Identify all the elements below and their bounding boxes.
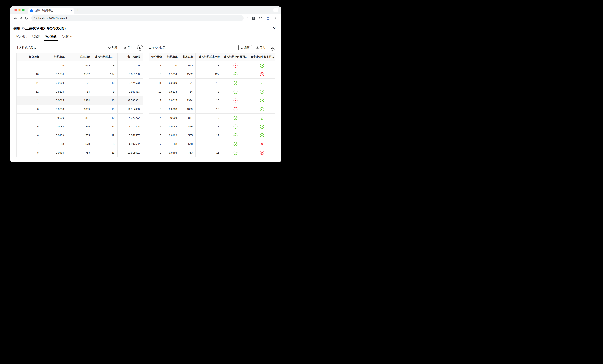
check-circle-icon (260, 63, 264, 68)
cell: 0.03 (164, 140, 180, 148)
pass-icon-cell (249, 122, 275, 131)
table-header-row: 评分等级违约概率样本总数事实违约样本个数事实违约个数是否小…事实违约个数是否大… (149, 53, 275, 61)
panel-chi-square: 卡方检验结果 (0) 刷新 (16, 45, 143, 162)
refresh-button[interactable]: 刷新 (238, 45, 252, 50)
cell: 1384 (67, 96, 93, 105)
export-button[interactable]: 导出 (254, 45, 267, 50)
chevron-down-icon (275, 9, 277, 11)
panel-title: 二项检验结果 (149, 46, 166, 49)
column-settings-button[interactable] (137, 45, 143, 51)
column-header: 事实违约样本个数 (93, 53, 117, 61)
table-row[interactable]: 120.51281490.947853 (17, 87, 143, 96)
cell: 12 (17, 87, 42, 96)
refresh-button[interactable]: 刷新 (106, 45, 119, 50)
table-row[interactable]: 108859 (149, 61, 275, 70)
reload-button[interactable] (24, 15, 29, 21)
table-row[interactable]: 50.008884611 (149, 122, 275, 131)
table-row[interactable]: 70.03670314.997692 (17, 140, 143, 148)
table-row[interactable]: 100.10541562127 (149, 70, 275, 79)
check-circle-icon (260, 81, 264, 85)
url-bar[interactable]: localhost:8080/#/mv/result (31, 15, 244, 21)
refresh-icon (241, 46, 243, 49)
cell: 670 (180, 140, 196, 148)
pass-icon-cell (222, 131, 249, 140)
table-row[interactable]: 120.5128149 (149, 87, 275, 96)
download-icon (256, 46, 259, 49)
cell: 14 (67, 87, 93, 96)
profile-button[interactable] (265, 15, 271, 21)
window-close-button[interactable] (14, 9, 17, 11)
cell: 12 (196, 79, 222, 87)
table-row[interactable]: 20.001513841693.530361 (17, 96, 143, 105)
back-button[interactable] (13, 15, 18, 21)
new-tab-button[interactable]: + (75, 8, 80, 12)
export-button[interactable]: 导出 (122, 45, 135, 50)
table-row[interactable]: 60.018959512 (149, 131, 275, 140)
export-label: 导出 (128, 46, 133, 49)
cell: 11 (93, 122, 117, 131)
table-row[interactable]: 70.036703 (149, 140, 275, 148)
cell: 1069 (67, 105, 93, 114)
cell: 670 (67, 140, 93, 148)
browser-tab[interactable]: 决策引擎管理平台 × (28, 8, 74, 13)
cell: 3 (93, 140, 117, 148)
cell: 0.0088 (42, 122, 67, 131)
column-settings-button[interactable] (270, 45, 275, 51)
table-row[interactable]: 40.00688110 (149, 114, 275, 122)
check-circle-icon (260, 107, 264, 111)
pass-icon-cell (249, 87, 275, 96)
check-circle-icon (233, 90, 238, 94)
cell: 11.914098 (117, 105, 143, 114)
browser-menu-button[interactable] (272, 15, 278, 21)
cell: 4 (149, 114, 164, 122)
tab-item-stability[interactable]: 稳定性 (32, 33, 41, 41)
pass-icon-cell (249, 131, 275, 140)
bookmark-button[interactable] (245, 15, 250, 21)
table-row[interactable]: 1088590 (17, 61, 143, 70)
page-close-button[interactable]: × (272, 26, 276, 31)
table-row[interactable]: 100.105415621279.616758 (17, 70, 143, 79)
cell: 0.2869 (164, 79, 180, 87)
table-row[interactable]: 20.0015138416 (149, 96, 275, 105)
check-circle-icon (260, 98, 264, 102)
pass-icon-cell (222, 79, 249, 87)
cell: 0.0015 (164, 96, 180, 105)
cell: 16 (93, 96, 117, 105)
table-row[interactable]: 40.006881104.229272 (17, 114, 143, 122)
check-circle-icon (260, 133, 264, 137)
extension-shortcut-button[interactable] (251, 15, 256, 21)
table-row[interactable]: 110.28696112 (149, 79, 275, 87)
table-row[interactable]: 50.0088846111.712828 (17, 122, 143, 131)
table-row[interactable]: 60.0189595120.051597 (17, 131, 143, 140)
table-row[interactable]: 30.0033106910 (149, 105, 275, 114)
table-row[interactable]: 80.048675311 (149, 148, 275, 157)
cell: 5 (17, 122, 42, 131)
cell: 7 (149, 140, 164, 148)
window-zoom-button[interactable] (22, 9, 24, 11)
browser-toolbar: localhost:8080/#/mv/result (10, 13, 281, 23)
pass-icon-cell (249, 79, 275, 87)
cell: 12 (93, 131, 117, 140)
page-header: 信用卡-工薪(CARD_GONGXIN) × (10, 23, 281, 32)
window-minimize-button[interactable] (18, 9, 21, 11)
cell: 0.5128 (164, 87, 180, 96)
cell: 0.0189 (164, 131, 180, 140)
forward-button[interactable] (18, 15, 24, 21)
tab-search-button[interactable] (273, 8, 278, 12)
page-title: 信用卡-工薪(CARD_GONGXIN) (13, 26, 66, 31)
cell: 753 (67, 148, 93, 157)
tab-item-qualified-sample[interactable]: 合格样本 (61, 33, 73, 41)
tab-close-icon[interactable]: × (70, 9, 72, 12)
cell: 0.947853 (117, 87, 143, 96)
table-row[interactable]: 80.04867531118.816681 (17, 148, 143, 157)
table-row[interactable]: 110.286961122.424693 (17, 79, 143, 87)
tab-item-scale-test[interactable]: 标尺检验 (46, 33, 57, 41)
table-row[interactable]: 30.003310691011.914098 (17, 105, 143, 114)
site-info-icon[interactable] (34, 17, 37, 20)
cell: 0.006 (164, 114, 180, 122)
pass-icon-cell (222, 70, 249, 79)
extensions-button[interactable] (258, 15, 263, 21)
cell: 0.0486 (42, 148, 67, 157)
cell: 0.0088 (164, 122, 180, 131)
tab-item-discrimination[interactable]: 区分能力 (16, 33, 27, 41)
